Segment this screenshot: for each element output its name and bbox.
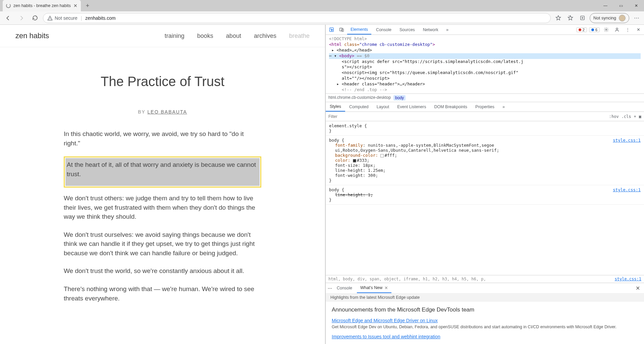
- nav-breathe[interactable]: breathe: [289, 32, 310, 40]
- more-styles-tabs-icon[interactable]: »: [498, 102, 509, 111]
- close-icon[interactable]: ✕: [384, 285, 388, 290]
- tab-styles[interactable]: Styles: [326, 102, 345, 112]
- warning-icon: [47, 15, 53, 21]
- browser-tab[interactable]: zen habits - breathe zen habits ✕: [3, 0, 81, 11]
- tab-elements[interactable]: Elements: [347, 25, 371, 35]
- drawer-tab-console[interactable]: Console: [333, 284, 356, 292]
- error-dot-icon: [579, 28, 581, 31]
- dom-line[interactable]: alt=""/></noscript>: [329, 76, 641, 81]
- issue-count: 6: [595, 28, 597, 32]
- nav-training[interactable]: training: [165, 32, 184, 40]
- settings-icon[interactable]: [602, 25, 610, 34]
- browser-toolbar: Not secure | zenhabits.com Not syncing ⋯: [0, 11, 644, 25]
- article: The Practice of Trust BY LEO BABAUTA In …: [0, 47, 325, 325]
- errors-badge[interactable]: 2: [576, 27, 587, 32]
- url-text: zenhabits.com: [85, 15, 115, 21]
- address-bar[interactable]: Not secure | zenhabits.com: [43, 13, 551, 23]
- svg-rect-1: [329, 28, 333, 31]
- style-rule[interactable]: body { style.css:1 line-height: 1; }: [326, 185, 644, 205]
- more-tabs-icon[interactable]: »: [443, 25, 452, 34]
- paragraph: At the heart of it, all of that worry an…: [65, 158, 260, 186]
- dom-tree[interactable]: <!DOCTYPE html> <html class="chrome cb-c…: [326, 35, 644, 93]
- tab-console[interactable]: Console: [373, 25, 395, 34]
- tab-close-icon[interactable]: ✕: [73, 3, 77, 8]
- inspect-icon[interactable]: [327, 25, 336, 34]
- dom-line[interactable]: <script async defer src="https://scripts…: [329, 59, 641, 65]
- source-link[interactable]: style.css:1: [615, 277, 641, 281]
- nav-about[interactable]: about: [226, 32, 241, 40]
- tab-computed[interactable]: Computed: [345, 102, 373, 111]
- by-label: BY: [138, 109, 145, 115]
- issues-badge[interactable]: 6: [589, 27, 600, 32]
- tab-title: zen habits - breathe zen habits: [13, 3, 71, 8]
- site-logo[interactable]: zen habits: [15, 31, 49, 40]
- drawer-menu-icon[interactable]: ⋯: [328, 286, 332, 291]
- window-minimize-button[interactable]: —: [598, 0, 613, 11]
- window-close-button[interactable]: ✕: [629, 0, 644, 11]
- dom-line[interactable]: <noscript><img src="https://queue.simple…: [329, 70, 641, 76]
- paragraph: There's nothing wrong with that — we're …: [64, 284, 261, 303]
- crumb-body[interactable]: body: [393, 95, 406, 100]
- crumb-html[interactable]: html.chrome.cb-customize-desktop: [328, 95, 391, 100]
- style-rule[interactable]: element.style { }: [326, 121, 644, 136]
- tab-properties[interactable]: Properties: [471, 102, 498, 111]
- tab-event-listeners[interactable]: Event Listeners: [393, 102, 430, 111]
- dom-line[interactable]: ▸ <head>…</head>: [329, 48, 641, 53]
- favorites-star-icon[interactable]: [553, 13, 563, 23]
- new-tab-button[interactable]: +: [83, 1, 92, 10]
- loading-spinner-icon: [6, 3, 11, 8]
- window-maximize-button[interactable]: ▭: [613, 0, 629, 11]
- rule-selector: element.style {: [329, 123, 641, 128]
- sync-profile-button[interactable]: Not syncing: [590, 13, 629, 23]
- author-link[interactable]: LEO BABAUTA: [148, 109, 187, 115]
- drawer-body: Announcements from the Microsoft Edge De…: [326, 302, 644, 344]
- announcement-link[interactable]: Microsoft Edge and Microsoft Edge Driver…: [332, 318, 438, 323]
- article-title: The Practice of Trust: [64, 74, 261, 89]
- error-count: 2: [583, 28, 585, 32]
- dom-line[interactable]: s"></script>: [329, 64, 641, 70]
- inherited-selector-row[interactable]: html, body, div, span, object, iframe, h…: [326, 275, 644, 283]
- cls-toggle[interactable]: .cls: [622, 114, 631, 119]
- forward-button[interactable]: [16, 13, 27, 23]
- dom-line[interactable]: ▸ <header class="header">…</header>: [329, 81, 641, 87]
- announcement-link[interactable]: Improvements to Issues tool and webhint …: [332, 334, 440, 339]
- feedback-icon[interactable]: [612, 25, 621, 34]
- devtools-panel: Elements Console Sources Network » 2 6 ⋮…: [325, 25, 644, 344]
- collections-icon[interactable]: [578, 13, 587, 23]
- tab-network[interactable]: Network: [420, 25, 442, 34]
- color-swatch-icon[interactable]: [353, 159, 356, 162]
- drawer-tab-whats-new[interactable]: What's New ✕: [357, 283, 391, 293]
- menu-button[interactable]: ⋯: [632, 13, 641, 23]
- avatar-icon: [619, 15, 626, 21]
- dom-line[interactable]: <!-- /end .top -->: [329, 87, 641, 93]
- security-indicator[interactable]: Not secure: [47, 15, 77, 21]
- sync-label: Not syncing: [593, 15, 616, 20]
- tab-dom-breakpoints[interactable]: DOM Breakpoints: [430, 102, 471, 111]
- hov-toggle[interactable]: :hov: [609, 114, 619, 119]
- device-toggle-icon[interactable]: [337, 25, 346, 34]
- box-model-icon[interactable]: ▣: [639, 114, 641, 119]
- tab-sources[interactable]: Sources: [396, 25, 418, 34]
- devtools-menu-icon[interactable]: ⋮: [623, 25, 632, 34]
- drawer-subtitle: Highlights from the latest Microsoft Edg…: [326, 293, 644, 302]
- nav-books[interactable]: books: [197, 32, 213, 40]
- color-swatch-icon[interactable]: [380, 154, 384, 157]
- nav-archives[interactable]: archives: [254, 32, 276, 40]
- devtools-close-icon[interactable]: ✕: [634, 25, 643, 34]
- styles-filter-bar: :hov .cls + ▣: [326, 112, 644, 121]
- dom-line: <html: [329, 42, 344, 47]
- favorites-icon[interactable]: [566, 13, 575, 23]
- back-button[interactable]: [3, 13, 13, 23]
- drawer-close-icon[interactable]: ✕: [634, 285, 642, 291]
- announcements-heading: Announcements from the Microsoft Edge De…: [332, 306, 638, 313]
- source-link[interactable]: style.css:1: [613, 187, 641, 192]
- style-rule[interactable]: body { style.css:1 font-family: font-fam…: [326, 136, 644, 185]
- announcement-text: Get Microsoft Edge Dev on Ubuntu, Debian…: [332, 325, 638, 329]
- drawer-tabs: ⋯ Console What's New ✕ ✕: [326, 283, 644, 293]
- tab-layout[interactable]: Layout: [373, 102, 393, 111]
- new-rule-icon[interactable]: +: [634, 114, 636, 119]
- reload-button[interactable]: [30, 13, 40, 23]
- source-link[interactable]: style.css:1: [613, 138, 641, 143]
- dom-line-selected[interactable]: ⋯ ▾ <body> == $0: [329, 53, 641, 59]
- styles-filter-input[interactable]: [326, 114, 606, 119]
